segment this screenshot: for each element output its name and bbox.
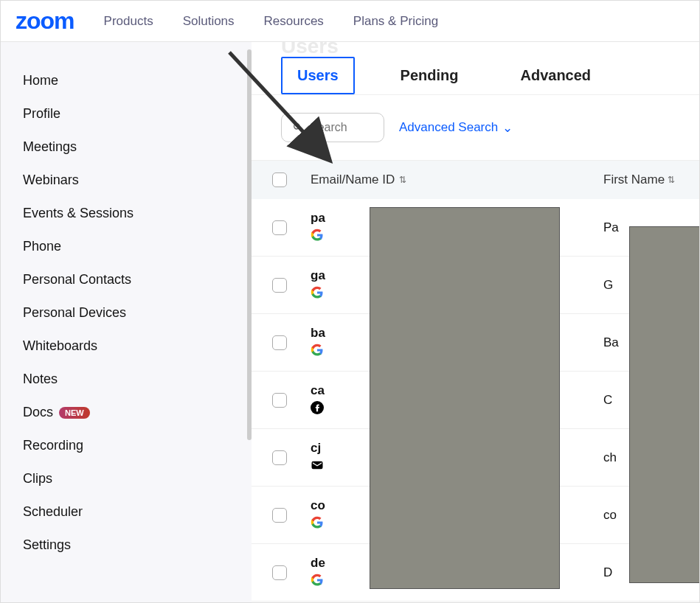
- sidebar-item-personal-devices[interactable]: Personal Devices: [23, 296, 252, 330]
- google-icon: [311, 574, 324, 587]
- chevron-down-icon: ⌄: [502, 120, 513, 136]
- sidebar-item-scheduler[interactable]: Scheduler: [23, 495, 252, 529]
- row-checkbox[interactable]: [272, 565, 287, 580]
- nav-resources[interactable]: Resources: [264, 14, 324, 29]
- google-icon: [311, 229, 324, 242]
- sidebar-item-settings[interactable]: Settings: [23, 529, 252, 562]
- sort-icon: ⇅: [668, 175, 675, 185]
- facebook-icon: [311, 401, 324, 414]
- redaction-block: [370, 207, 560, 589]
- nav-products[interactable]: Products: [104, 14, 153, 29]
- google-icon: [311, 286, 324, 299]
- svg-line-2: [229, 52, 325, 156]
- sort-icon: ⇅: [399, 175, 406, 185]
- row-checkbox[interactable]: [272, 450, 287, 465]
- zoom-logo[interactable]: zoom: [15, 7, 74, 35]
- email-icon: [311, 459, 324, 472]
- tab-pending[interactable]: Pending: [384, 57, 475, 94]
- row-checkbox[interactable]: [272, 393, 287, 408]
- advanced-search-link[interactable]: Advanced Search ⌄: [399, 120, 513, 136]
- tab-advanced[interactable]: Advanced: [505, 57, 608, 94]
- row-checkbox[interactable]: [272, 220, 287, 235]
- nav-plans-pricing[interactable]: Plans & Pricing: [353, 14, 438, 29]
- google-icon: [311, 516, 324, 529]
- row-checkbox[interactable]: [272, 278, 287, 293]
- new-badge: NEW: [59, 407, 90, 419]
- google-icon: [311, 344, 324, 357]
- sidebar: Home Profile Meetings Webinars Events & …: [1, 42, 252, 602]
- sidebar-item-docs[interactable]: DocsNEW: [23, 396, 252, 429]
- sidebar-item-home[interactable]: Home: [23, 64, 252, 97]
- sidebar-item-events[interactable]: Events & Sessions: [23, 197, 252, 230]
- sidebar-item-profile[interactable]: Profile: [23, 97, 252, 130]
- sidebar-item-notes[interactable]: Notes: [23, 363, 252, 396]
- sidebar-item-whiteboards[interactable]: Whiteboards: [23, 330, 252, 363]
- sidebar-item-personal-contacts[interactable]: Personal Contacts: [23, 263, 252, 296]
- sidebar-item-clips[interactable]: Clips: [23, 462, 252, 495]
- sidebar-item-meetings[interactable]: Meetings: [23, 130, 252, 164]
- row-checkbox[interactable]: [272, 335, 287, 350]
- redaction-block: [629, 226, 700, 583]
- row-checkbox[interactable]: [272, 508, 287, 523]
- column-first-name[interactable]: First Name⇅: [603, 172, 685, 187]
- nav-solutions[interactable]: Solutions: [183, 14, 235, 29]
- sidebar-item-phone[interactable]: Phone: [23, 230, 252, 263]
- sidebar-item-recording[interactable]: Recording: [23, 429, 252, 462]
- annotation-arrow: [222, 45, 355, 178]
- top-nav: zoom Products Solutions Resources Plans …: [1, 1, 699, 42]
- sidebar-item-webinars[interactable]: Webinars: [23, 164, 252, 197]
